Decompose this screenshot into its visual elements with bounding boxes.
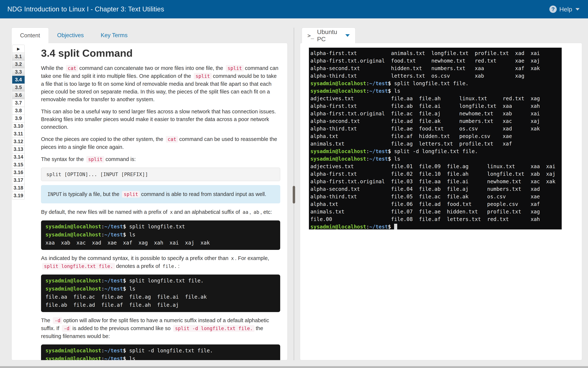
lesson-heading: 3.4 split Command [41,47,280,59]
chevron-down-icon[interactable] [345,34,350,37]
inline-code: INPUT [47,192,62,197]
prompt-path: ~/test [104,278,123,284]
text-run: and an alphabetical suffix of [174,209,240,215]
terminal-text: : [366,148,369,154]
terminal-text: ls [126,232,135,238]
text-run: command can concatenate two or more file… [79,65,223,71]
section-nav-item-3-17[interactable]: 3.17 [12,176,25,184]
text-run: denotes a prefix of [116,263,160,269]
prompt-user: sysadmin@localhost [310,156,366,162]
section-nav-item-3-5[interactable]: 3.5 [12,83,25,92]
panel-splitter-handle[interactable] [293,186,295,203]
page-bottom-strip [0,366,588,368]
terminal-prompt-icon: >_ [307,32,314,39]
section-nav-item-3-3[interactable]: 3.3 [12,68,25,76]
terminal-text: animals.txt file.07 file.ae hidden.txt p… [310,209,540,215]
terminal-line: sysadmin@localhost:~/test$ ls [46,355,276,360]
section-nav-item-3-13[interactable]: 3.13 [12,145,25,153]
terminal-line: alpha-first.txt animals.txt longfile.txt… [310,49,562,57]
tab-key-terms[interactable]: Key Terms [92,28,136,43]
terminal-text: alpha-first.txt.original file.ac file.aj… [310,110,540,117]
terminal-text: $ [388,224,391,230]
prompt-path: ~/test [104,348,123,354]
section-nav-item-3-16[interactable]: 3.16 [12,168,25,176]
terminal-text: $ [388,88,391,94]
terminal-line: alpha-second.txt hidden.txt numbers.txt … [310,64,562,72]
section-nav-item-3-12[interactable]: 3.12 [12,138,25,146]
terminal-tab[interactable]: >_ Ubuntu PC [302,28,355,43]
text-run: , etc: [260,209,272,215]
section-nav-item-3-2[interactable]: 3.2 [12,60,25,68]
terminal-line: adjectives.txt file.01 file.09 file.ag l… [310,163,562,170]
terminal-text: alpha.txt file.06 file.ad food.txt peopl… [310,201,540,207]
terminal-line: sysadmin@localhost:~/test$ split -d long… [46,347,276,355]
inline-code: split -d longfile.txt file. [173,325,255,332]
text-run: The [41,317,50,323]
terminal-line: adjectives.txt file.aa file.ah linux.txt… [310,95,562,102]
text-run: command is able to read from standard in… [141,191,266,197]
terminal-text: $ [388,80,391,86]
terminal-text: alpha-first.txt.original food.txt newhom… [310,58,540,64]
section-nav-item-3-8[interactable]: 3.8 [12,107,25,115]
section-nav-item-3-15[interactable]: 3.15 [12,161,25,169]
terminal-panel: alpha-first.txt animals.txt longfile.txt… [300,43,582,360]
inline-code: x [170,209,173,215]
prompt-path: ~/test [369,88,388,94]
terminal-text: $ [123,286,126,292]
section-nav-item-3-11[interactable]: 3.11 [12,130,25,138]
text-run: As indicated by the command syntax, it i… [41,255,229,261]
play-triangle-icon: ▶ [17,47,20,51]
paragraph: By default, the new files will be named … [41,208,280,216]
prompt-path: ~/test [369,148,388,154]
prompt-user: sysadmin@localhost [46,286,101,292]
help-menu[interactable]: ? Help [549,0,579,18]
section-nav-item-3-4[interactable]: 3.4 [12,76,25,84]
text-run: , [249,209,251,215]
terminal-text: : [366,80,369,86]
terminal-text: file.00 file.08 file.af letters.txt red.… [310,216,540,222]
terminal-text: $ [123,348,126,354]
section-nav-item-3-7[interactable]: 3.7 [12,99,25,107]
example-terminal: sysadmin@localhost:~/test$ split longfil… [41,221,280,250]
terminal-text: adjectives.txt file.01 file.09 file.ag l… [310,163,555,169]
terminal-screen[interactable]: alpha-first.txt animals.txt longfile.txt… [309,48,562,230]
inline-code: split [226,65,244,72]
terminal-line: sysadmin@localhost:~/test$ split longfil… [46,277,276,285]
paragraph: The syntax for the splitcommand is: [41,155,280,163]
section-nav-item-3-1[interactable]: 3.1 [12,53,25,61]
section-nav-item-3-9[interactable]: 3.9 [12,114,25,122]
terminal-text: : [101,224,104,230]
tab-content[interactable]: Content [11,28,49,43]
terminal-text: split -d longfile.txt file. [126,348,213,354]
help-icon: ? [549,6,557,13]
terminal-line: alpha-first.txt.original file.ac file.aj… [310,110,562,117]
section-nav-item-3-14[interactable]: 3.14 [12,153,25,161]
paragraph: The -doption will allow for the split fi… [41,316,280,340]
prompt-path: ~/test [104,224,123,230]
terminal-text [391,224,394,230]
terminal-text: : [366,88,369,94]
section-nav-expand-button[interactable]: ▶ [12,45,25,53]
paragraph: Once the pieces are copied to the other … [41,135,280,151]
prompt-path: ~/test [369,224,388,230]
section-nav-item-3-18[interactable]: 3.18 [12,184,25,192]
terminal-text: alpha-first.txt file.ab file.ai longfile… [310,103,540,109]
content-panel: ▶3.13.23.33.43.53.63.73.83.93.103.113.12… [11,43,288,360]
terminal-text: alpha-first.txt.original file.03 file.aa… [310,178,555,184]
terminal-line: alpha-first.txt file.ab file.ai longfile… [310,102,562,110]
inline-code: split longfile.txt file. [42,263,115,270]
section-nav-item-3-10[interactable]: 3.10 [12,122,25,130]
terminal-line: alpha-third.txt file.05 file.ac file.ak … [310,193,562,200]
section-nav-item-3-19[interactable]: 3.19 [12,192,25,200]
prompt-user: sysadmin@localhost [46,348,101,354]
terminal-line: alpha-third.txt letters.txt os.csv xab x… [310,72,562,80]
text-run: is typically a file, but the [63,191,119,197]
inline-code: file. [162,264,177,269]
tab-objectives[interactable]: Objectives [49,28,92,43]
terminal-text: ls [391,156,400,162]
section-nav-item-3-6[interactable]: 3.6 [12,91,25,99]
terminal-text: split longfile.txt file. [126,278,203,284]
terminal-line: sysadmin@localhost:~/test$ [310,223,562,230]
terminal-line: alpha-second.txt file.04 file.ab file.aj… [310,185,562,193]
prompt-user: sysadmin@localhost [310,224,366,230]
